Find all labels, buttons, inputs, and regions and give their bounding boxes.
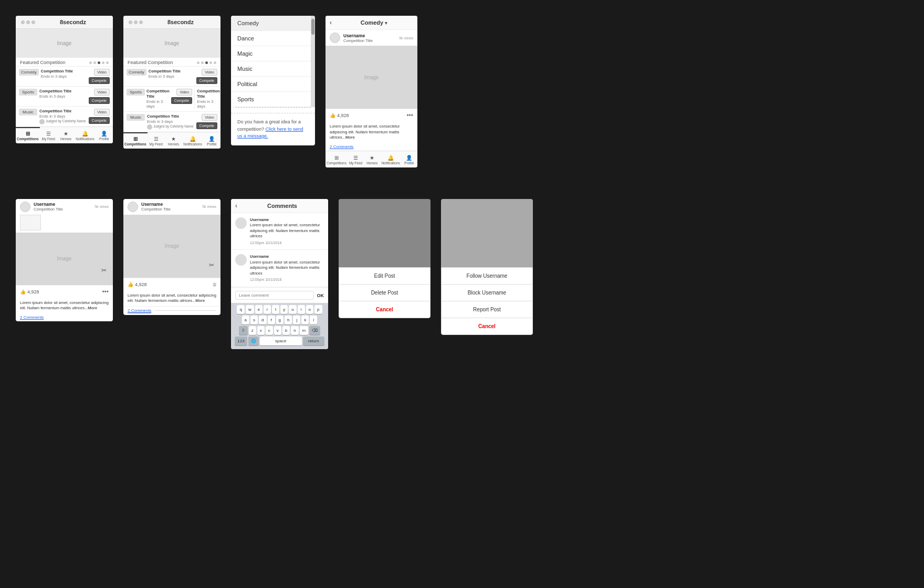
post-comments-5[interactable]: 2 Comments [16, 313, 113, 321]
comp-row-dual: Sports Competition Title Ends in 3 days … [123, 86, 220, 111]
cat-item-political[interactable]: Political [231, 77, 311, 92]
key-y[interactable]: y [280, 305, 288, 314]
video-btn-2[interactable]: Video [202, 69, 217, 76]
key-x[interactable]: x [257, 326, 265, 335]
key-return[interactable]: return [303, 337, 324, 345]
screen-3-categories: Comedy Dance Magic Music Political Sport… [231, 16, 315, 145]
compete-btn-sports-2[interactable]: Compete [171, 97, 192, 104]
video-btn-comedy-1[interactable]: Video [94, 69, 110, 76]
block-btn-9[interactable]: Block Username [442, 285, 532, 301]
key-b[interactable]: b [282, 326, 290, 335]
cat-item-music[interactable]: Music [231, 61, 311, 77]
video-btn-music-1[interactable]: Video [94, 109, 110, 116]
nav-myfeed-1[interactable]: ☰My Feed [40, 127, 57, 143]
key-c[interactable]: c [266, 326, 273, 335]
back-btn-4[interactable]: ‹ [330, 19, 332, 26]
key-q[interactable]: q [237, 305, 244, 314]
like-area-4[interactable]: 👍 4,928 [330, 113, 349, 118]
key-p[interactable]: p [314, 305, 322, 314]
divider-3 [235, 107, 311, 108]
key-v[interactable]: v [274, 326, 281, 335]
key-i[interactable]: i [298, 305, 305, 314]
cat-item-dance[interactable]: Dance [231, 31, 311, 46]
key-shift[interactable]: ⇧ [239, 326, 248, 335]
key-s[interactable]: s [250, 316, 258, 324]
key-f[interactable]: f [268, 316, 275, 324]
window-controls-2 [129, 20, 143, 24]
video-btn-sports-1[interactable]: Video [94, 89, 110, 96]
nav-notif-4[interactable]: 🔔Notifications [380, 151, 401, 167]
post-text-6: Lorem ipsum dolor sit amet, consectetur … [123, 291, 220, 306]
post-comments-6[interactable]: 2 Comments [128, 308, 151, 313]
cat-item-comedy[interactable]: Comedy [231, 16, 311, 31]
key-w[interactable]: w [246, 305, 254, 314]
like-area-6[interactable]: 👍 4,928 [128, 282, 147, 287]
key-g[interactable]: g [276, 316, 284, 324]
nav-profile-4[interactable]: 👤Profile [401, 151, 417, 167]
video-btn-music-2[interactable]: Video [202, 114, 217, 121]
nav-heroes-2[interactable]: ★Heroes [165, 132, 182, 149]
nav-comp-4[interactable]: ⊞Competitions [326, 151, 348, 167]
post-header-6: Username Competition Title 5k views [123, 199, 220, 215]
nav-notif-1[interactable]: 🔔Notifications [75, 127, 95, 143]
compete-btn-sports-1[interactable]: Compete [89, 97, 110, 104]
more-btn-4[interactable]: ••• [406, 112, 413, 119]
nav-heroes-1[interactable]: ★Heroes [57, 127, 75, 143]
key-e[interactable]: e [255, 305, 262, 314]
more-btn-6[interactable]: ≡ [213, 281, 216, 288]
post-comments-4[interactable]: 2 Comments [326, 143, 417, 151]
comp-row-music-1: Music Competition Title Ends in 3 days J… [16, 106, 113, 127]
follow-btn-9[interactable]: Follow Username [442, 268, 532, 285]
compete-btn-music-2[interactable]: Compete [196, 122, 217, 129]
key-j[interactable]: j [293, 316, 300, 324]
nav-feed-2[interactable]: ☰My Feed [148, 132, 165, 149]
key-123[interactable]: 123 [235, 337, 247, 345]
nav-profile-1[interactable]: 👤Profile [96, 127, 113, 143]
compete-btn-comedy-1[interactable]: Compete [89, 77, 110, 84]
key-a[interactable]: a [242, 316, 249, 324]
judge-av-2 [147, 124, 152, 130]
ok-btn-7[interactable]: OK [317, 293, 324, 298]
comment-time-1: 12:00pm 10/1/2016 [250, 240, 324, 246]
nav-notif-2[interactable]: 🔔Notifications [182, 132, 203, 149]
key-l[interactable]: l [310, 316, 317, 324]
key-r[interactable]: r [264, 305, 271, 314]
scrollbar-3[interactable] [311, 16, 315, 107]
cat-item-magic[interactable]: Magic [231, 46, 311, 61]
key-space[interactable]: space [260, 337, 302, 345]
comment-input-7[interactable] [235, 291, 314, 300]
compete-btn-music-1[interactable]: Compete [89, 117, 110, 124]
scissors-icon-5: ✂ [101, 267, 107, 274]
key-h[interactable]: h [285, 316, 292, 324]
key-d[interactable]: d [259, 316, 266, 324]
like-count-4: 4,928 [337, 113, 349, 118]
nav-comp-2[interactable]: ⊞Competitions [123, 132, 148, 149]
key-z[interactable]: z [249, 326, 256, 335]
nav-heroes-4[interactable]: ★Heroes [364, 151, 380, 167]
key-o[interactable]: o [306, 305, 313, 314]
cancel-btn-9[interactable]: Cancel [442, 318, 532, 334]
key-backspace[interactable]: ⌫ [309, 326, 320, 335]
nav-feed-4[interactable]: ☰My Feed [348, 151, 364, 167]
compete-btn-2[interactable]: Compete [196, 77, 217, 84]
comp-ends-sports-1: Ends in 3 days [39, 94, 87, 99]
key-globe[interactable]: 🌐 [248, 337, 259, 345]
video-btn-sports-2[interactable]: Video [176, 89, 192, 96]
report-btn-9[interactable]: Report Post [442, 301, 532, 318]
edit-post-btn[interactable]: Edit Post [339, 268, 430, 285]
cat-item-sports[interactable]: Sports [231, 92, 311, 107]
key-m[interactable]: m [300, 326, 309, 335]
nav-competitions-1[interactable]: ⊞Competitions [16, 127, 40, 143]
back-btn-7[interactable]: ‹ [235, 202, 237, 209]
post-actions-4: 👍 4,928 ••• [326, 109, 417, 122]
cancel-btn-8[interactable]: Cancel [339, 301, 430, 318]
like-area-5[interactable]: 👍 4,928 [20, 289, 39, 295]
key-t[interactable]: t [272, 305, 279, 314]
key-n[interactable]: n [291, 326, 298, 335]
delete-post-btn[interactable]: Delete Post [339, 285, 430, 301]
key-k[interactable]: k [301, 316, 309, 324]
key-u[interactable]: u [289, 305, 296, 314]
like-icon-6: 👍 [128, 282, 133, 287]
nav-profile-2[interactable]: 👤Profile [203, 132, 220, 149]
more-btn-5[interactable]: ••• [102, 288, 109, 296]
